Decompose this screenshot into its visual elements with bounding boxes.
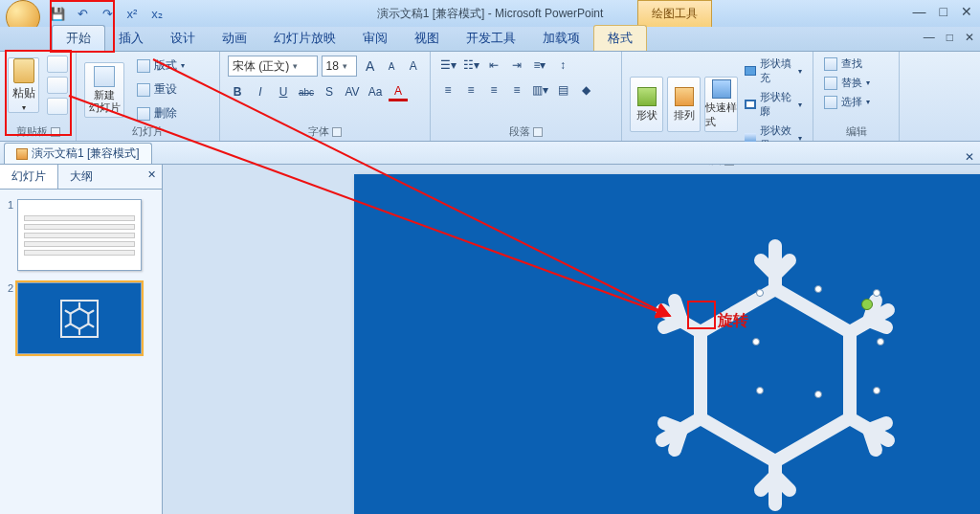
- text-shadow-button[interactable]: S: [320, 82, 339, 101]
- selection-handle[interactable]: [814, 285, 822, 293]
- strikethrough-button[interactable]: abc: [297, 82, 316, 101]
- align-text-button[interactable]: ▤: [553, 80, 572, 100]
- shapes-button[interactable]: 形状: [630, 77, 663, 132]
- bold-button[interactable]: B: [228, 82, 247, 101]
- grow-font-button[interactable]: A: [361, 56, 379, 76]
- columns-button[interactable]: ▥▾: [530, 80, 549, 100]
- selection-handle[interactable]: [756, 289, 764, 297]
- maximize-button[interactable]: □: [940, 4, 947, 19]
- tab-insert[interactable]: 插入: [105, 26, 157, 51]
- ribbon-tabs: 开始 插入 设计 动画 幻灯片放映 审阅 视图 开发工具 加载项 格式 — □ …: [0, 27, 980, 52]
- paragraph-dialog-launcher[interactable]: [533, 127, 543, 137]
- tab-developer[interactable]: 开发工具: [453, 26, 529, 51]
- increase-indent-button[interactable]: ⇥: [507, 56, 526, 75]
- tab-design[interactable]: 设计: [157, 26, 209, 51]
- selection-handle[interactable]: [756, 387, 764, 394]
- text-direction-button[interactable]: ↕: [553, 56, 572, 75]
- tab-format[interactable]: 格式: [593, 25, 647, 51]
- tab-animation[interactable]: 动画: [209, 26, 260, 51]
- group-editing: 查找 替换▾ 选择▾ 编辑: [813, 52, 900, 141]
- slide-canvas[interactable]: [354, 174, 980, 514]
- font-dialog-launcher[interactable]: [332, 127, 342, 137]
- titlebar: 💾 ↶ ↷ x² x₂ 演示文稿1 [兼容模式] - Microsoft Pow…: [0, 0, 980, 27]
- reset-button[interactable]: 重设: [132, 79, 189, 100]
- select-icon: [824, 96, 837, 109]
- selection-handle[interactable]: [814, 391, 822, 398]
- document-title: 演示文稿1 [兼容模式] - Microsoft PowerPoint: [377, 6, 604, 22]
- redo-icon[interactable]: ↷: [98, 4, 117, 23]
- shape-fill-button[interactable]: 形状填充▾: [742, 56, 805, 86]
- quick-styles-button[interactable]: 快速样式: [704, 77, 738, 132]
- delete-button[interactable]: 删除: [132, 103, 189, 123]
- thumbnail-1[interactable]: 1: [8, 199, 154, 271]
- tab-home[interactable]: 开始: [52, 25, 105, 51]
- selection-handle[interactable]: [873, 387, 880, 394]
- paste-button[interactable]: 粘贴 ▾: [8, 57, 39, 113]
- close-button[interactable]: ✕: [961, 4, 972, 19]
- copy-button[interactable]: [47, 77, 68, 94]
- clipboard-group-label: 剪贴板: [16, 124, 48, 139]
- align-center-button[interactable]: ≡: [461, 80, 480, 100]
- thumbnail-2-number: 2: [8, 282, 13, 294]
- number-list-button[interactable]: ☷▾: [461, 56, 480, 75]
- bullet-list-button[interactable]: ☰▾: [438, 56, 457, 75]
- child-window-controls: — □ ✕: [924, 31, 974, 44]
- selection-handle[interactable]: [877, 338, 884, 346]
- shape-outline-button[interactable]: 形状轮廓▾: [742, 89, 805, 120]
- outline-icon: [745, 100, 756, 109]
- change-case-button[interactable]: Aa: [366, 82, 385, 101]
- arrange-button[interactable]: 排列: [667, 77, 701, 132]
- format-painter-button[interactable]: [47, 98, 68, 115]
- align-left-button[interactable]: ≡: [438, 80, 457, 100]
- undo-icon[interactable]: ↶: [73, 4, 92, 23]
- rotation-handle[interactable]: [861, 299, 873, 310]
- side-tab-outline[interactable]: 大纲: [58, 165, 104, 189]
- child-close-button[interactable]: ✕: [965, 31, 974, 44]
- underline-button[interactable]: U: [274, 82, 293, 101]
- thumbnail-1-preview: [17, 199, 142, 271]
- contextual-tab-drawing-tools[interactable]: 绘图工具: [637, 0, 712, 27]
- tab-review[interactable]: 审阅: [349, 26, 401, 51]
- subscript-icon[interactable]: x₂: [147, 4, 167, 23]
- italic-button[interactable]: I: [251, 82, 270, 101]
- side-tab-slides[interactable]: 幻灯片: [0, 165, 58, 189]
- font-color-button[interactable]: A: [389, 82, 408, 101]
- thumbnail-2[interactable]: 2: [8, 282, 154, 354]
- cut-button[interactable]: [47, 56, 68, 73]
- tab-view[interactable]: 视图: [401, 26, 453, 51]
- convert-smartart-button[interactable]: ◆: [576, 80, 595, 100]
- minimize-button[interactable]: —: [913, 4, 926, 19]
- side-pane-close-button[interactable]: ✕: [147, 168, 156, 181]
- find-icon: [824, 57, 837, 71]
- clipboard-dialog-launcher[interactable]: [51, 127, 60, 137]
- window-title: 演示文稿1 [兼容模式] - Microsoft PowerPoint: [377, 6, 604, 22]
- shrink-font-button[interactable]: A: [383, 56, 401, 76]
- font-size-combo[interactable]: 18▾: [322, 56, 358, 77]
- child-maximize-button[interactable]: □: [947, 31, 953, 44]
- select-button[interactable]: 选择▾: [821, 94, 891, 110]
- align-right-button[interactable]: ≡: [484, 80, 503, 100]
- justify-button[interactable]: ≡: [507, 80, 526, 100]
- find-button[interactable]: 查找: [821, 56, 891, 72]
- layout-button[interactable]: 版式▾: [132, 56, 189, 76]
- document-tab[interactable]: 演示文稿1 [兼容模式]: [4, 143, 152, 164]
- canvas-area[interactable]: [163, 165, 980, 514]
- tab-addin[interactable]: 加载项: [529, 26, 593, 51]
- document-close-button[interactable]: ✕: [965, 150, 974, 164]
- new-slide-button[interactable]: 新建 幻灯片: [84, 62, 124, 118]
- replace-button[interactable]: 替换▾: [821, 75, 891, 91]
- document-tab-label: 演示文稿1 [兼容模式]: [32, 145, 140, 162]
- superscript-icon[interactable]: x²: [122, 4, 142, 23]
- decrease-indent-button[interactable]: ⇤: [484, 56, 503, 75]
- font-name-combo[interactable]: 宋体 (正文)▾: [228, 56, 318, 77]
- clear-formatting-button[interactable]: A: [404, 56, 422, 76]
- selection-handle[interactable]: [873, 289, 880, 297]
- child-minimize-button[interactable]: —: [924, 31, 935, 44]
- tab-slideshow[interactable]: 幻灯片放映: [260, 26, 349, 51]
- window-controls: — □ ✕: [913, 4, 972, 19]
- char-spacing-button[interactable]: AV: [343, 82, 362, 101]
- selection-handle[interactable]: [752, 338, 760, 346]
- document-tab-row: 演示文稿1 [兼容模式] ✕: [0, 142, 980, 165]
- line-spacing-button[interactable]: ≡▾: [530, 56, 549, 75]
- save-icon[interactable]: 💾: [48, 4, 67, 23]
